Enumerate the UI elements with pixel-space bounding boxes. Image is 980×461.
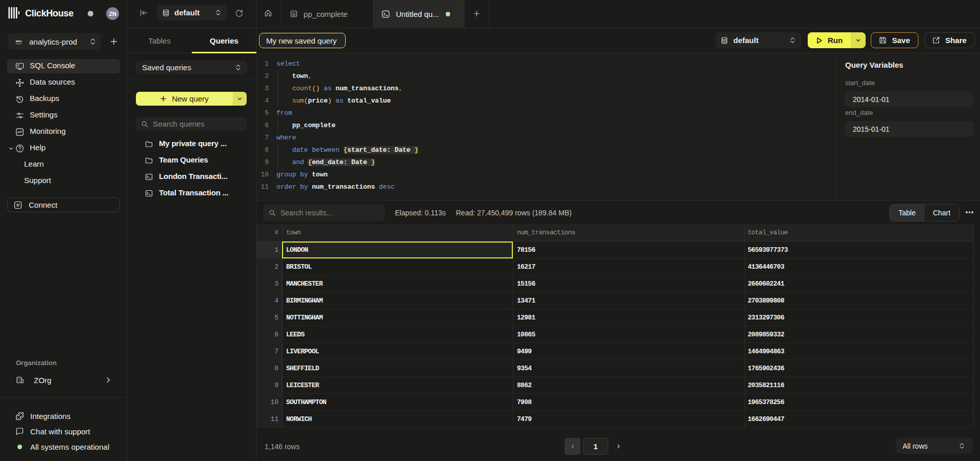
svg-text:aws: aws	[16, 39, 22, 43]
